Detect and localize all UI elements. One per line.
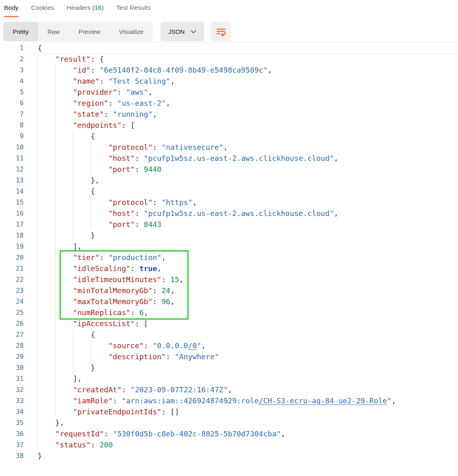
indent-guide [38,197,55,208]
tab-body-label: Body [4,4,18,11]
view-pretty-button[interactable]: Pretty [3,22,38,41]
code-line-text: "idleTimeoutMinutes": 15, [31,274,458,285]
indent-guide [55,351,73,362]
indent-guide [55,142,73,153]
code-line-text: "port": 9440 [31,164,458,175]
indent-guide [55,285,73,296]
indent-guide [55,76,73,87]
indent-guide [38,384,55,395]
indent-guide [38,263,55,274]
code-line: 17 "port": 8443 [0,219,458,230]
indent-guide [55,296,73,307]
chevron-down-icon [191,30,196,33]
indent-guide [38,109,55,120]
code-line-text: ], [31,241,458,252]
code-line-text: }, [31,175,458,186]
line-number: 6 [0,98,31,109]
language-select[interactable]: JSON [160,22,204,41]
indent-guide [55,197,73,208]
code-line-text: "status": 200 [31,439,458,450]
tab-body[interactable]: Body [4,4,18,17]
tab-headers-label: Headers [67,4,91,11]
code-line-text: { [31,42,458,53]
wrap-lines-icon [216,26,227,37]
indent-guide [55,395,73,406]
indent-guide [38,87,55,98]
indent-guide [38,252,55,263]
indent-guide [55,131,73,142]
indent-guide [91,340,108,351]
indent-guide [55,241,73,252]
indent-guide [73,351,91,362]
code-line: 25 "numReplicas": 6, [0,307,458,318]
indent-guide [73,186,91,197]
code-line-text: "protocol": "https", [31,197,458,208]
code-line: 27 { [0,329,458,340]
code-line-text: "minTotalMemoryGb": 24, [31,285,458,296]
indent-guide [38,395,55,406]
code-line-text: "ipAccessList": [ [31,318,458,329]
line-number: 13 [0,175,31,186]
view-preview-button[interactable]: Preview [69,22,109,41]
indent-guide [38,373,55,384]
indent-guide [38,76,55,87]
tab-test-results[interactable]: Test Results [116,4,151,17]
code-line: 8 "endpoints": [ [0,120,458,131]
indent-guide [73,340,91,351]
indent-guide [73,164,91,175]
indent-guide [55,153,73,164]
indent-guide [73,329,91,340]
indent-guide [38,241,55,252]
code-line-text: "host": "pcufp1w5sz.us-east-2.aws.clickh… [31,208,458,219]
indent-guide [55,175,73,186]
code-line-text: }, [31,417,458,428]
line-number: 5 [0,87,31,98]
code-line: 23 "minTotalMemoryGb": 24, [0,285,458,296]
code-line-text: "tier": "production", [31,252,458,263]
indent-guide [55,109,73,120]
line-number: 24 [0,296,31,307]
indent-guide [38,351,55,362]
code-line: 21 "idleScaling": true, [0,263,458,274]
body-view-toolbar: Pretty Raw Preview Visualize JSON [3,22,458,41]
indent-guide [38,428,55,439]
indent-guide [55,164,73,175]
code-line-text: "idleScaling": true, [31,263,458,274]
tab-test-results-label: Test Results [116,4,151,11]
tab-headers[interactable]: Headers (16) [67,4,103,17]
line-number: 34 [0,406,31,417]
language-select-value: JSON [168,28,185,35]
view-raw-button[interactable]: Raw [38,22,69,41]
indent-guide [38,120,55,131]
indent-guide [38,362,55,373]
indent-guide [55,208,73,219]
indent-guide [91,219,108,230]
code-line-text: } [31,450,458,461]
indent-guide [38,98,55,109]
indent-guide [38,318,55,329]
indent-guide [38,153,55,164]
code-line: 7 "state": "running", [0,109,458,120]
code-line: 33 "iamRole": "arn:aws:iam::426924874929… [0,395,458,406]
code-line-text: ], [31,373,458,384]
code-line: 1{ [0,42,458,53]
indent-guide [38,329,55,340]
indent-guide [73,197,91,208]
response-body-editor[interactable]: 1{2 "result": {3 "id": "6e5140f2-04c8-4f… [0,41,458,461]
view-visualize-button[interactable]: Visualize [110,22,153,41]
indent-guide [55,307,73,318]
code-line-text: "id": "6e5140f2-04c8-4f09-8b49-e5498ca95… [31,65,458,76]
indent-guide [55,340,73,351]
code-line-text: "source": "0.0.0.0/0", [31,340,458,351]
line-number: 22 [0,274,31,285]
tab-cookies[interactable]: Cookies [31,4,54,17]
indent-guide [73,175,91,186]
code-line-text: { [31,186,458,197]
headers-count-badge: (16) [92,4,104,11]
indent-guide [55,384,73,395]
indent-guide [38,296,55,307]
line-number: 10 [0,142,31,153]
wrap-lines-button[interactable] [211,22,231,41]
code-line: 2 "result": { [0,53,458,65]
code-line: 34 "privateEndpointIds": [] [0,406,458,417]
